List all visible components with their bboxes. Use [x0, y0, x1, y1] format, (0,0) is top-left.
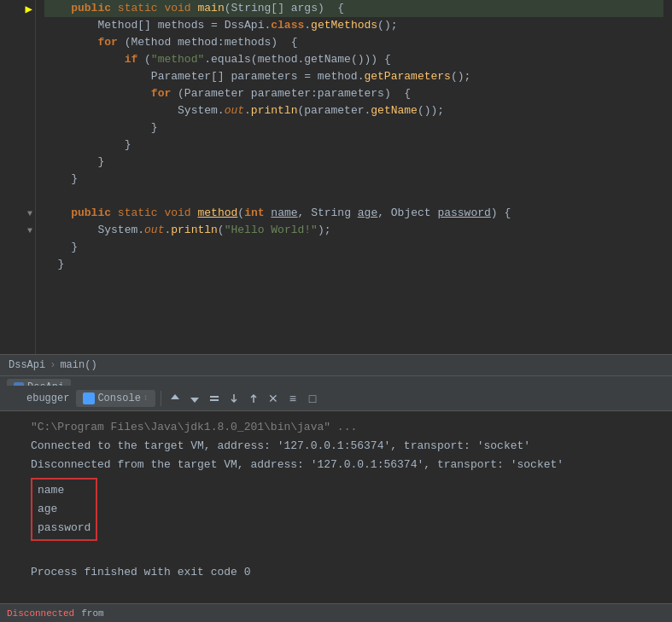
- code-line-11: }: [44, 171, 663, 188]
- output-box-line-3: password: [38, 519, 91, 538]
- code-line-15: }: [44, 239, 663, 256]
- code-line-18: [44, 290, 663, 307]
- toolbar-btn-2[interactable]: [186, 390, 203, 407]
- toolbar-btn-4[interactable]: [225, 390, 243, 407]
- code-line-12: [44, 188, 663, 205]
- code-line-2: Method[] methods = DssApi.class.getMetho…: [44, 17, 663, 34]
- breadcrumb-bar: DssApi › main(): [0, 354, 672, 375]
- output-box: name age password: [31, 478, 97, 541]
- status-from: from: [81, 608, 103, 619]
- arrow-marker: ▶: [0, 0, 36, 17]
- code-line-7: System.out.println(parameter.getName());: [44, 102, 663, 119]
- code-line-5: Parameter[] parameters = method.getParam…: [44, 68, 663, 85]
- console-line-finish: Process finished with exit code 0: [31, 563, 662, 582]
- collapse-marker-method[interactable]: ▼: [0, 205, 36, 222]
- code-line-17: [44, 273, 663, 290]
- console-toolbar: ebugger Console ↕ ✕ ≡: [0, 386, 672, 411]
- code-line-8: }: [44, 119, 663, 137]
- toolbar-btn-8[interactable]: □: [304, 390, 321, 407]
- breadcrumb-separator: ›: [50, 359, 56, 371]
- console-line-2: Connected to the target VM, address: '12…: [31, 437, 662, 456]
- code-line-14: System.out.println("Hello World!");: [44, 222, 663, 239]
- toolbar-btn-6[interactable]: ✕: [265, 390, 282, 407]
- collapse-marker-body[interactable]: ▼: [0, 222, 36, 239]
- toolbar-btn-1[interactable]: [167, 390, 184, 407]
- status-bar: Disconnected from: [0, 603, 672, 622]
- editor-area: ▶ ▼ ▼ public static void main(String[] a…: [0, 0, 672, 354]
- console-line-1: "C:\Program Files\Java\jdk1.8.0_201\bin\…: [31, 418, 662, 437]
- toolbar-btn-5[interactable]: [245, 390, 262, 407]
- toolbar-sep-1: [161, 391, 161, 406]
- console-output: "C:\Program Files\Java\jdk1.8.0_201\bin\…: [0, 411, 672, 603]
- toolbar-btn-7[interactable]: ≡: [284, 390, 301, 407]
- code-line-6: for (Parameter parameter:parameters) {: [44, 85, 663, 102]
- console-tab-icon: [83, 392, 95, 404]
- console-panel: ▲ ▼ ⊕ ⊡ ebugger Console ↕: [0, 386, 672, 603]
- console-tab[interactable]: Console ↕: [76, 390, 155, 407]
- code-line-13: public static void method(int name, Stri…: [44, 205, 663, 222]
- debugger-label: ebugger: [22, 392, 73, 404]
- code-line-1: public static void main(String[] args) {: [44, 0, 663, 17]
- console-tab-plus: ↕: [143, 393, 149, 403]
- toolbar-btn-3[interactable]: [206, 390, 223, 407]
- console-line-empty: [31, 544, 662, 563]
- code-line-4: if ("method".equals(method.getName())) {: [44, 51, 663, 68]
- code-line-9: }: [44, 137, 663, 154]
- breadcrumb-method[interactable]: main(): [60, 359, 96, 371]
- code-line-3: for (Method method:methods) {: [44, 34, 663, 51]
- code-editor: public static void main(String[] args) {…: [36, 0, 672, 354]
- breadcrumb-class[interactable]: DssApi: [9, 359, 45, 371]
- console-line-3: Disconnected from the target VM, address…: [31, 456, 662, 474]
- output-box-line-2: age: [38, 500, 91, 519]
- code-line-19: [44, 307, 663, 324]
- console-tab-label: Console: [97, 392, 140, 404]
- code-line-16: }: [44, 256, 663, 273]
- line-gutter: ▶ ▼ ▼: [0, 0, 36, 354]
- output-box-line-1: name: [38, 481, 91, 500]
- code-line-10: }: [44, 154, 663, 171]
- status-disconnected: Disconnected: [7, 608, 74, 619]
- output-box-container: name age password: [31, 476, 662, 543]
